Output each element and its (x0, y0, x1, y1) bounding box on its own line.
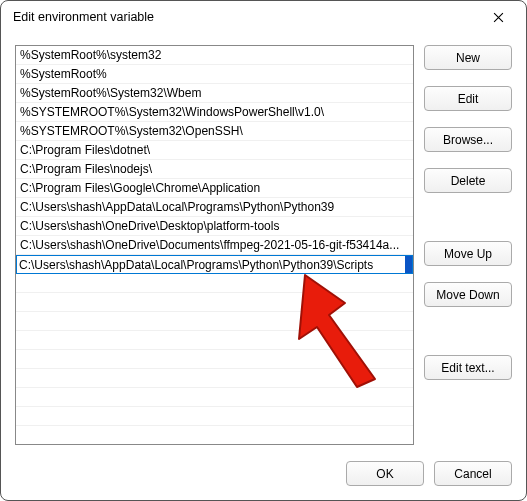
edit-button[interactable]: Edit (424, 86, 512, 111)
list-item[interactable]: %SystemRoot%\System32\Wbem (16, 84, 413, 103)
edit-selection-indicator (405, 256, 412, 273)
move-up-button[interactable]: Move Up (424, 241, 512, 266)
list-item[interactable]: C:\Program Files\dotnet\ (16, 141, 413, 160)
empty-row (16, 350, 413, 369)
delete-button[interactable]: Delete (424, 168, 512, 193)
empty-row (16, 331, 413, 350)
content-area: %SystemRoot%\system32 %SystemRoot% %Syst… (1, 33, 526, 453)
empty-row (16, 293, 413, 312)
list-item[interactable]: %SYSTEMROOT%\System32\WindowsPowerShell\… (16, 103, 413, 122)
cancel-button[interactable]: Cancel (434, 461, 512, 486)
empty-row (16, 369, 413, 388)
list-item-editing[interactable] (16, 255, 413, 274)
list-item[interactable]: %SystemRoot%\system32 (16, 46, 413, 65)
side-button-column: New Edit Browse... Delete Move Up Move D… (424, 45, 512, 445)
titlebar: Edit environment variable (1, 1, 526, 33)
list-item[interactable]: C:\Program Files\nodejs\ (16, 160, 413, 179)
edit-text-button[interactable]: Edit text... (424, 355, 512, 380)
close-icon (493, 12, 504, 23)
empty-row (16, 274, 413, 293)
list-item[interactable]: %SYSTEMROOT%\System32\OpenSSH\ (16, 122, 413, 141)
list-item[interactable]: %SystemRoot% (16, 65, 413, 84)
empty-row (16, 388, 413, 407)
dialog-footer: OK Cancel (1, 453, 526, 500)
ok-button[interactable]: OK (346, 461, 424, 486)
list-item[interactable]: C:\Program Files\Google\Chrome\Applicati… (16, 179, 413, 198)
path-edit-input[interactable] (17, 256, 405, 273)
list-item[interactable]: C:\Users\shash\OneDrive\Desktop\platform… (16, 217, 413, 236)
new-button[interactable]: New (424, 45, 512, 70)
close-button[interactable] (478, 3, 518, 31)
inline-edit (16, 255, 413, 274)
list-item[interactable]: C:\Users\shash\OneDrive\Documents\ffmpeg… (16, 236, 413, 255)
empty-row (16, 312, 413, 331)
window-title: Edit environment variable (13, 10, 478, 24)
path-listbox[interactable]: %SystemRoot%\system32 %SystemRoot% %Syst… (15, 45, 414, 445)
move-down-button[interactable]: Move Down (424, 282, 512, 307)
empty-row (16, 407, 413, 426)
browse-button[interactable]: Browse... (424, 127, 512, 152)
list-item[interactable]: C:\Users\shash\AppData\Local\Programs\Py… (16, 198, 413, 217)
dialog-window: Edit environment variable %SystemRoot%\s… (0, 0, 527, 501)
